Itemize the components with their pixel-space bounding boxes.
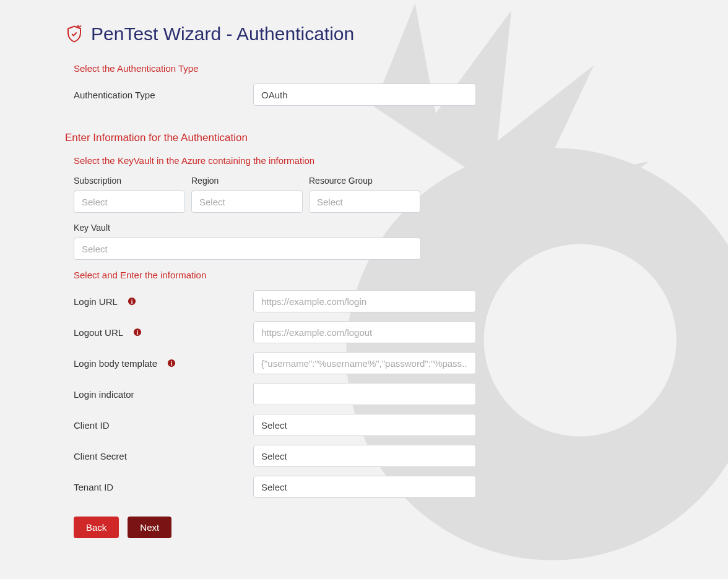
svg-text:i: i xyxy=(131,298,133,305)
client-id-label: Client ID xyxy=(74,420,253,431)
keyvault-section-label: Select the KeyVault in the Azure contain… xyxy=(74,155,663,166)
resource-group-select[interactable]: Select xyxy=(309,191,420,213)
login-indicator-label: Login indicator xyxy=(74,389,253,400)
login-indicator-input[interactable] xyxy=(253,383,476,405)
shield-icon xyxy=(65,25,84,43)
login-url-label: Login URL i xyxy=(74,296,253,307)
tenant-id-label: Tenant ID xyxy=(74,482,253,492)
logout-url-input[interactable] xyxy=(253,321,476,343)
svg-text:i: i xyxy=(171,360,173,367)
auth-info-heading: Enter Information for the Authentication xyxy=(65,132,663,144)
page-title: PenTest Wizard - Authentication xyxy=(91,24,354,45)
login-url-input[interactable] xyxy=(253,290,476,312)
login-body-input[interactable] xyxy=(253,352,476,374)
subscription-label: Subscription xyxy=(74,176,185,186)
svg-text:i: i xyxy=(137,329,139,336)
region-select[interactable]: Select xyxy=(191,191,303,213)
subscription-select[interactable]: Select xyxy=(74,191,185,213)
keyvault-select[interactable]: Select xyxy=(74,238,421,260)
login-body-label: Login body template i xyxy=(74,358,253,369)
next-button[interactable]: Next xyxy=(128,517,171,538)
logout-url-label: Logout URL i xyxy=(74,327,253,338)
info-icon[interactable]: i xyxy=(128,297,136,306)
page-header: PenTest Wizard - Authentication xyxy=(65,24,663,45)
keyvault-label: Key Vault xyxy=(74,223,421,233)
info-icon[interactable]: i xyxy=(167,359,176,367)
enter-info-label: Select and Enter the information xyxy=(74,270,663,280)
back-button[interactable]: Back xyxy=(74,517,119,538)
client-id-select[interactable]: Select xyxy=(253,414,476,436)
tenant-id-select[interactable]: Select xyxy=(253,476,476,498)
info-icon[interactable]: i xyxy=(133,328,142,337)
region-label: Region xyxy=(191,176,303,186)
auth-type-label: Authentication Type xyxy=(74,90,253,100)
auth-type-input[interactable] xyxy=(253,84,476,106)
client-secret-label: Client Secret xyxy=(74,451,253,461)
client-secret-select[interactable]: Select xyxy=(253,445,476,467)
auth-type-section-label: Select the Authentication Type xyxy=(74,63,663,74)
resource-group-label: Resource Group xyxy=(309,176,420,186)
